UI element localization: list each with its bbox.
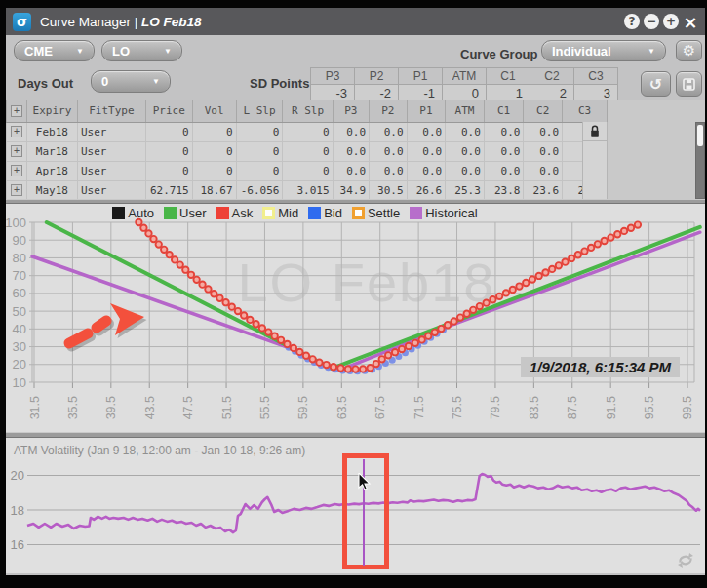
legend-item-settle[interactable]: Settle [352, 206, 400, 220]
expand-icon[interactable]: + [11, 184, 22, 196]
legend-item-user[interactable]: User [164, 206, 206, 220]
table-cell[interactable]: 0.0 [524, 161, 563, 180]
table-cell[interactable]: 0 [145, 122, 192, 141]
sd-value[interactable]: 2 [530, 85, 574, 101]
sd-value[interactable]: -3 [311, 85, 355, 101]
column-header[interactable]: Vol [192, 100, 236, 122]
sd-value[interactable]: -1 [399, 85, 443, 101]
table-cell[interactable]: 0 [236, 122, 283, 141]
expand-icon[interactable]: + [11, 105, 22, 117]
column-header[interactable]: P2 [370, 100, 408, 122]
table-cell[interactable]: May18 [26, 180, 77, 199]
table-cell[interactable]: 0.0 [333, 141, 370, 161]
table-row[interactable]: +Apr18User00000.00.00.00.00.00.00.0 [7, 161, 608, 180]
table-cell[interactable]: 0 [145, 161, 192, 180]
row-lock[interactable] [583, 122, 607, 141]
table-cell[interactable]: 0.0 [484, 122, 524, 141]
column-header[interactable]: P1 [407, 100, 446, 122]
table-cell[interactable]: 62.715 [145, 180, 192, 199]
column-header[interactable]: FitType [77, 100, 145, 122]
table-cell[interactable]: -6.056 [236, 180, 283, 199]
scrollbar-thumb[interactable] [697, 125, 703, 146]
column-header[interactable]: P3 [333, 100, 370, 122]
table-cell[interactable]: 0 [192, 141, 236, 161]
table-cell[interactable]: 0 [145, 141, 192, 161]
table-scrollbar[interactable] [695, 122, 705, 199]
revert-button[interactable]: ↺ [641, 71, 671, 97]
column-header[interactable]: L Slp [236, 100, 283, 122]
days-out-dropdown[interactable]: 0▼ [91, 70, 171, 93]
column-header[interactable]: ATM [446, 100, 485, 122]
legend-item-ask[interactable]: Ask [216, 206, 254, 220]
curve-group-dropdown[interactable]: Individual▼ [541, 40, 666, 61]
table-cell[interactable]: 0 [192, 122, 236, 141]
sd-value[interactable]: 0 [443, 85, 487, 101]
title-bar[interactable]: σ Curve Manager | LO Feb18 ?−+× [6, 8, 705, 35]
expand-icon[interactable]: + [11, 165, 22, 176]
table-cell[interactable]: 0.0 [446, 122, 485, 141]
expand-icon[interactable]: + [11, 145, 22, 157]
table-cell[interactable]: 26.6 [407, 180, 446, 199]
table-cell[interactable]: 3.015 [283, 180, 333, 199]
table-cell[interactable]: 0.0 [370, 141, 408, 161]
column-header[interactable]: Price [145, 100, 192, 122]
table-cell[interactable]: 30.5 [370, 180, 408, 199]
table-cell[interactable]: 0.0 [446, 141, 485, 161]
table-cell[interactable]: Feb18 [26, 122, 77, 141]
exchange-dropdown[interactable]: CME▼ [14, 40, 95, 61]
minimize-button[interactable]: − [644, 14, 659, 29]
table-cell[interactable]: 0.0 [370, 122, 408, 141]
sd-value[interactable]: 1 [487, 85, 530, 101]
legend-item-auto[interactable]: Auto [112, 206, 154, 220]
table-cell[interactable]: 34.9 [333, 180, 370, 199]
column-header[interactable]: C1 [484, 100, 524, 122]
expand-icon[interactable]: + [11, 126, 22, 137]
product-dropdown[interactable]: LO▼ [101, 40, 182, 61]
legend-item-historical[interactable]: Historical [410, 206, 477, 220]
table-cell[interactable]: 0.0 [524, 141, 563, 161]
sd-value[interactable]: -2 [355, 85, 399, 101]
table-cell[interactable]: 0.0 [446, 161, 485, 180]
legend-item-bid[interactable]: Bid [308, 206, 342, 220]
table-cell[interactable]: User [77, 161, 145, 180]
table-cell[interactable]: 0.0 [524, 122, 563, 141]
table-cell[interactable]: 0.0 [484, 141, 524, 161]
refresh-button[interactable] [676, 552, 695, 572]
settings-button[interactable]: ⚙ [676, 40, 702, 61]
table-row[interactable]: +Mar18User00000.00.00.00.00.00.00.0 [7, 141, 608, 161]
table-cell[interactable]: User [77, 141, 145, 161]
table-cell[interactable]: 23.8 [484, 180, 524, 199]
close-button[interactable]: × [683, 14, 698, 29]
table-cell[interactable]: 0.0 [407, 122, 446, 141]
table-cell[interactable]: Mar18 [26, 141, 77, 161]
column-header[interactable]: Expiry [26, 100, 77, 122]
table-cell[interactable]: 25.3 [446, 180, 485, 199]
sd-value[interactable]: 3 [574, 85, 618, 101]
table-cell[interactable]: 23.6 [524, 180, 563, 199]
table-cell[interactable]: 0.0 [407, 161, 446, 180]
table-cell[interactable]: 0.0 [333, 161, 370, 180]
table-row[interactable]: +May18User62.71518.67-6.0563.01534.930.5… [7, 180, 608, 199]
table-cell[interactable]: 0 [192, 161, 236, 180]
table-cell[interactable]: 0 [283, 122, 333, 141]
save-button[interactable] [676, 71, 702, 97]
table-cell[interactable]: 0.0 [484, 161, 524, 180]
table-cell[interactable]: 0 [283, 161, 333, 180]
column-header[interactable]: R Slp [283, 100, 333, 122]
maximize-button[interactable]: + [663, 14, 679, 29]
table-cell[interactable]: 0 [236, 161, 283, 180]
column-header[interactable]: C2 [524, 100, 563, 122]
table-cell[interactable]: 0 [236, 141, 283, 161]
table-cell[interactable]: 18.67 [192, 180, 236, 199]
table-cell[interactable]: 0.0 [370, 161, 408, 180]
table-cell[interactable]: 0 [283, 141, 333, 161]
table-cell[interactable]: Apr18 [26, 161, 77, 180]
help-button[interactable]: ? [624, 14, 640, 29]
legend-item-mid[interactable]: Mid [262, 206, 298, 220]
table-cell[interactable]: 0.0 [333, 122, 370, 141]
table-cell[interactable]: User [77, 180, 145, 199]
table-cell[interactable]: User [77, 122, 145, 141]
column-header[interactable]: C3 [563, 100, 608, 122]
table-cell[interactable]: 0.0 [407, 141, 446, 161]
table-row[interactable]: +Feb18User00000.00.00.00.00.00.00.0 [7, 122, 608, 141]
